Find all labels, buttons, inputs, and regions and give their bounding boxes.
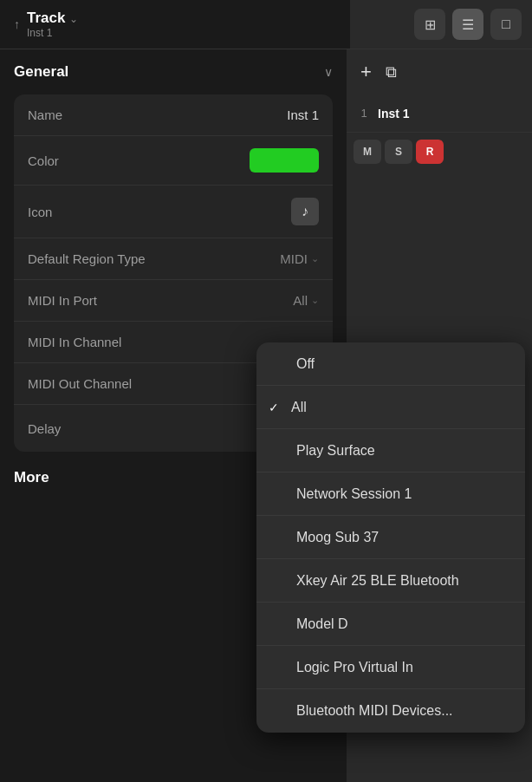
icon-button[interactable]: ♪ bbox=[291, 198, 319, 225]
dropdown-item-model-d[interactable]: Model D bbox=[256, 603, 525, 646]
mute-button[interactable]: M bbox=[354, 140, 381, 164]
dropdown-label-network-session: Network Session 1 bbox=[296, 486, 412, 502]
record-button[interactable]: R bbox=[416, 140, 444, 164]
name-value: Inst 1 bbox=[287, 108, 319, 122]
list-view-button[interactable]: ☰ bbox=[452, 9, 483, 40]
port-stepper-arrow: ⌄ bbox=[311, 295, 319, 306]
single-view-button[interactable]: □ bbox=[490, 9, 522, 40]
dropdown-label-logic-pro: Logic Pro Virtual In bbox=[296, 660, 413, 675]
midi-in-channel-label: MIDI In Channel bbox=[28, 335, 121, 349]
general-title: General bbox=[14, 63, 68, 81]
dropdown-label-xkey: Xkey Air 25 BLE Bluetooth bbox=[296, 573, 459, 589]
color-swatch[interactable] bbox=[250, 148, 319, 173]
default-region-value: MIDI bbox=[280, 251, 308, 266]
midi-in-port-label: MIDI In Port bbox=[28, 293, 97, 308]
dropdown-label-bluetooth-midi: Bluetooth MIDI Devices... bbox=[296, 703, 453, 719]
icon-label: Icon bbox=[28, 205, 52, 219]
midi-in-port-value: All bbox=[293, 293, 308, 308]
track-header-row: 1 Inst 1 bbox=[347, 94, 532, 133]
more-label: More bbox=[14, 469, 49, 485]
midi-in-port-stepper[interactable]: All ⌄ bbox=[293, 293, 319, 308]
midi-in-port-dropdown: Off ✓ All Play Surface Network Session 1… bbox=[256, 342, 525, 733]
track-title-block: Track ⌄ Inst 1 bbox=[27, 10, 78, 39]
dropdown-item-all[interactable]: ✓ All bbox=[256, 386, 525, 429]
default-region-row: Default Region Type MIDI ⌄ bbox=[14, 238, 333, 280]
dropdown-item-logic-pro[interactable]: Logic Pro Virtual In bbox=[256, 646, 525, 689]
general-chevron: ∨ bbox=[324, 65, 333, 79]
dropdown-item-network-session[interactable]: Network Session 1 bbox=[256, 472, 525, 516]
dropdown-label-moog: Moog Sub 37 bbox=[296, 530, 379, 545]
dropdown-item-moog[interactable]: Moog Sub 37 bbox=[256, 516, 525, 559]
track-subtitle: Inst 1 bbox=[27, 27, 78, 39]
dropdown-label-play-surface: Play Surface bbox=[296, 443, 375, 459]
right-panel-actions: + ⧉ bbox=[347, 49, 532, 94]
track-up-icon: ↑ bbox=[14, 17, 20, 31]
dropdown-item-xkey[interactable]: Xkey Air 25 BLE Bluetooth bbox=[256, 559, 525, 603]
dropdown-item-bluetooth-midi[interactable]: Bluetooth MIDI Devices... bbox=[256, 689, 525, 733]
grid-view-button[interactable]: ⊞ bbox=[414, 9, 445, 40]
dropdown-item-off[interactable]: Off bbox=[256, 342, 525, 386]
general-section-header: General ∨ bbox=[0, 49, 347, 94]
dropdown-label-model-d: Model D bbox=[296, 616, 348, 632]
track-name: Track bbox=[27, 10, 65, 26]
right-panel-header: ⊞ ☰ □ bbox=[350, 0, 532, 49]
track-name-chevron: ⌄ bbox=[69, 13, 78, 25]
inst-name: Inst 1 bbox=[378, 107, 410, 121]
track-controls: M S R bbox=[347, 133, 532, 171]
duplicate-icon[interactable]: ⧉ bbox=[386, 63, 397, 81]
add-track-button[interactable]: + bbox=[360, 61, 372, 83]
icon-row: Icon ♪ bbox=[14, 186, 333, 238]
track-info: ↑ Track ⌄ Inst 1 bbox=[14, 10, 78, 39]
default-region-stepper[interactable]: MIDI ⌄ bbox=[280, 251, 319, 266]
dropdown-label-all: All bbox=[291, 400, 307, 415]
region-stepper-arrow: ⌄ bbox=[311, 253, 319, 264]
checkmark-all: ✓ bbox=[269, 401, 286, 414]
default-region-label: Default Region Type bbox=[28, 251, 146, 266]
midi-out-channel-label: MIDI Out Channel bbox=[28, 376, 132, 391]
color-label: Color bbox=[28, 153, 59, 168]
name-label: Name bbox=[28, 108, 62, 122]
dropdown-item-play-surface[interactable]: Play Surface bbox=[256, 429, 525, 472]
track-number: 1 bbox=[354, 107, 374, 120]
midi-in-port-row[interactable]: MIDI In Port All ⌄ bbox=[14, 280, 333, 322]
dropdown-label-off: Off bbox=[296, 356, 315, 372]
delay-label: Delay bbox=[28, 421, 61, 436]
color-row: Color bbox=[14, 136, 333, 186]
name-row: Name Inst 1 bbox=[14, 94, 333, 136]
solo-button[interactable]: S bbox=[385, 140, 412, 164]
